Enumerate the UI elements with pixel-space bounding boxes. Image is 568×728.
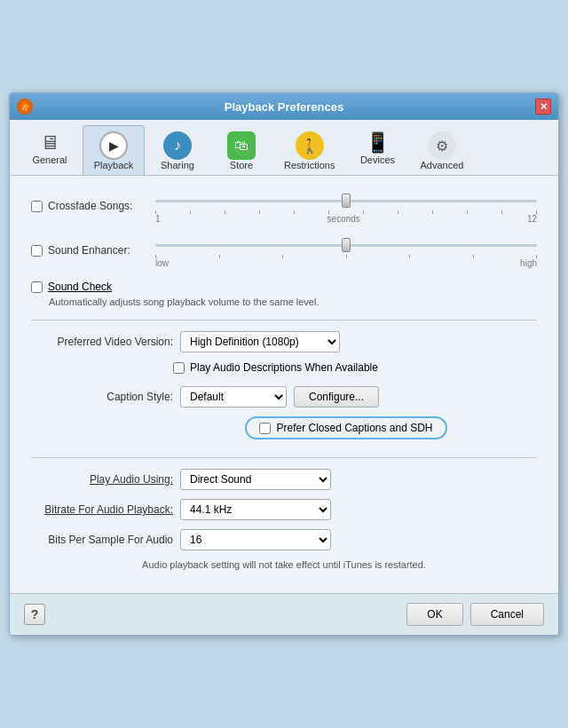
caption-style-select[interactable]: Default Large Text Classic xyxy=(180,386,287,408)
crossfade-thumb[interactable] xyxy=(342,194,351,208)
bits-per-sample-select[interactable]: 16 24 32 xyxy=(180,529,331,550)
sound-enhancer-row: Sound Enhancer: low xyxy=(31,236,537,268)
sound-enhancer-slider[interactable] xyxy=(155,236,537,254)
play-audio-desc-row: Play Audio Descriptions When Available xyxy=(173,361,537,377)
audio-restart-note: Audio playback setting will not take eff… xyxy=(31,559,537,570)
crossfade-row: Crossfade Songs: xyxy=(31,192,537,224)
monitor-icon: 🖥 xyxy=(40,131,59,154)
sound-enhancer-slider-col: low high xyxy=(155,236,537,268)
toolbar-label-sharing: Sharing xyxy=(161,160,194,170)
toolbar-item-general[interactable]: 🖥 General xyxy=(19,125,81,175)
sound-check-checkbox[interactable] xyxy=(31,281,43,293)
sound-enhancer-checkbox[interactable] xyxy=(31,245,43,257)
divider-1 xyxy=(31,320,537,320)
play-audio-using-label: Play Audio Using: xyxy=(31,473,173,486)
crossfade-range-labels: 1 seconds 12 xyxy=(155,214,537,224)
sound-enhancer-label[interactable]: Sound Enhancer: xyxy=(31,244,146,257)
toolbar-item-devices[interactable]: 📱 Devices xyxy=(346,125,408,175)
itunes-icon: ♫ xyxy=(17,99,33,115)
restrict-icon: 🚶 xyxy=(296,131,324,160)
devices-icon: 📱 xyxy=(366,131,390,154)
toolbar: 🖥 General ▶ Playback ♪ Sharing 🛍 Store 🚶… xyxy=(10,120,558,176)
sound-check-section: Sound Check Automatically adjusts song p… xyxy=(31,281,537,307)
gear-icon: ⚙ xyxy=(428,131,456,160)
crossfade-track xyxy=(155,200,537,202)
toolbar-label-playback: Playback xyxy=(94,160,134,170)
prefer-closed-captions-label: Prefer Closed Captions and SDH xyxy=(276,422,432,434)
preferences-window: ♫ Playback Preferences ✕ 🖥 General ▶ Pla… xyxy=(9,92,559,636)
bitrate-row: Bitrate For Audio Playback: 44.1 kHz 48 … xyxy=(31,499,537,520)
sound-enhancer-range-labels: low high xyxy=(155,258,537,268)
ok-button[interactable]: OK xyxy=(406,603,462,626)
play-audio-desc-checkbox[interactable] xyxy=(173,362,185,374)
sound-enhancer-label-col: Sound Enhancer: xyxy=(31,244,155,260)
button-group: OK Cancel xyxy=(406,603,544,626)
preferred-video-row: Preferred Video Version: High Definition… xyxy=(31,331,537,352)
crossfade-checkbox[interactable] xyxy=(31,201,43,212)
preferred-video-select[interactable]: High Definition (1080p) Standard Definit… xyxy=(180,331,340,352)
toolbar-label-store: Store xyxy=(230,160,253,170)
play-audio-using-select[interactable]: Direct Sound Windows Audio WASAPI xyxy=(180,469,331,490)
toolbar-item-advanced[interactable]: ⚙ Advanced xyxy=(410,125,473,175)
toolbar-label-devices: Devices xyxy=(360,154,395,165)
bits-per-sample-row: Bits Per Sample For Audio 16 24 32 xyxy=(31,529,537,550)
play-audio-using-row: Play Audio Using: Direct Sound Windows A… xyxy=(31,469,537,490)
configure-button[interactable]: Configure... xyxy=(294,386,379,408)
bottom-bar: ? OK Cancel xyxy=(10,593,558,635)
play-audio-using-label-text: Play Audio Using: xyxy=(90,473,173,486)
crossfade-slider[interactable] xyxy=(155,192,537,210)
sound-enhancer-track xyxy=(155,244,537,247)
crossfade-slider-col: 1 seconds 12 xyxy=(155,192,537,224)
toolbar-item-sharing[interactable]: ♪ Sharing xyxy=(146,125,209,175)
toolbar-label-advanced: Advanced xyxy=(420,160,463,170)
store-icon: 🛍 xyxy=(227,131,256,160)
preferred-video-label: Preferred Video Version: xyxy=(31,336,173,348)
crossfade-label-col: Crossfade Songs: xyxy=(31,200,155,216)
toolbar-item-store[interactable]: 🛍 Store xyxy=(210,125,272,175)
prefer-closed-captions-checkbox[interactable] xyxy=(259,423,271,434)
bits-per-sample-label: Bits Per Sample For Audio xyxy=(31,534,173,546)
cancel-button[interactable]: Cancel xyxy=(470,603,544,626)
toolbar-item-playback[interactable]: ▶ Playback xyxy=(83,125,145,175)
prefer-closed-captions-highlight: Prefer Closed Captions and SDH xyxy=(245,416,446,439)
divider-2 xyxy=(31,457,537,458)
crossfade-label[interactable]: Crossfade Songs: xyxy=(31,200,146,212)
caption-style-row: Caption Style: Default Large Text Classi… xyxy=(31,386,537,408)
sound-enhancer-section: Sound Enhancer: low xyxy=(31,236,537,268)
crossfade-section: Crossfade Songs: xyxy=(31,192,537,224)
content-area: Crossfade Songs: xyxy=(10,176,558,593)
title-bar-left: ♫ xyxy=(17,99,33,115)
toolbar-label-general: General xyxy=(32,154,67,165)
sound-check-label[interactable]: Sound Check xyxy=(31,281,537,293)
window-title: Playback Preferences xyxy=(225,100,343,114)
bitrate-label: Bitrate For Audio Playback: xyxy=(31,503,173,516)
bitrate-select[interactable]: 44.1 kHz 48 kHz 96 kHz xyxy=(180,499,331,520)
help-button[interactable]: ? xyxy=(24,604,45,625)
play-audio-desc-label[interactable]: Play Audio Descriptions When Available xyxy=(173,361,378,374)
toolbar-item-restrictions[interactable]: 🚶 Restrictions xyxy=(274,125,344,175)
sound-check-description: Automatically adjusts song playback volu… xyxy=(49,297,537,307)
bitrate-label-text: Bitrate For Audio Playback: xyxy=(44,503,173,516)
play-icon: ▶ xyxy=(99,131,128,160)
title-bar: ♫ Playback Preferences ✕ xyxy=(10,93,558,120)
toolbar-label-restrictions: Restrictions xyxy=(284,160,335,170)
close-button[interactable]: ✕ xyxy=(535,99,551,115)
caption-style-label: Caption Style: xyxy=(31,391,173,403)
share-icon: ♪ xyxy=(163,131,192,160)
sound-enhancer-thumb[interactable] xyxy=(342,238,351,252)
